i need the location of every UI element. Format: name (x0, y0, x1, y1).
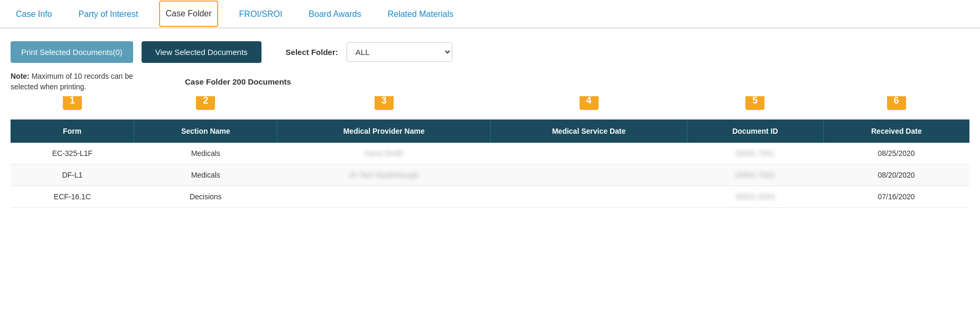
cell-provider-1: Dana Smith (277, 143, 491, 164)
badge-4: 4 (580, 96, 599, 110)
col-header-medical-service-date[interactable]: Medical Service Date (491, 119, 687, 143)
cell-form-2: DF-L1 (11, 164, 134, 186)
note-section: Note: Maximum of 10 records can be selec… (0, 71, 980, 96)
cell-doc-id-1: 00001 7001 (687, 143, 824, 164)
table-row[interactable]: ECF-16.1C Decisions 00001 0003 07/16/202… (11, 186, 969, 208)
cell-form-3: ECF-16.1C (11, 186, 134, 208)
badge-row: 1 2 3 4 5 6 (11, 96, 969, 119)
badge-2-cell: 2 (134, 96, 277, 119)
select-folder-dropdown[interactable]: ALL (347, 42, 452, 62)
badge-4-cell: 4 (491, 96, 687, 119)
view-selected-button[interactable]: View Selected Documents (142, 41, 262, 63)
cell-provider-3 (277, 186, 491, 208)
badge-3: 3 (375, 96, 394, 110)
table-row[interactable]: DF-L1 Medicals Dr Test Vanderbough 00001… (11, 164, 969, 186)
badge-5-cell: 5 (687, 96, 824, 119)
select-folder-label: Select Folder: (286, 48, 338, 57)
badge-6: 6 (887, 96, 906, 110)
badge-2: 2 (196, 96, 215, 110)
cell-service-date-2 (491, 164, 687, 186)
col-header-section-name[interactable]: Section Name (134, 119, 277, 143)
cell-form-1: EC-325-L1F (11, 143, 134, 164)
cell-section-3: Decisions (134, 186, 277, 208)
print-selected-button[interactable]: Print Selected Documents(0) (11, 41, 133, 63)
tab-related-materials[interactable]: Related Materials (382, 0, 459, 27)
table-row[interactable]: EC-325-L1F Medicals Dana Smith 00001 700… (11, 143, 969, 164)
tab-case-folder[interactable]: Case Folder (159, 1, 218, 27)
badge-1: 1 (63, 96, 82, 110)
badge-1-cell: 1 (11, 96, 134, 119)
note-bold: Note: (11, 72, 30, 80)
tab-froi-sroi[interactable]: FROI/SROI (234, 0, 288, 27)
cell-received-1: 08/25/2020 (823, 143, 969, 164)
table-wrapper: 1 2 3 4 5 6 Form (0, 96, 980, 208)
docs-count: Case Folder 200 Documents (185, 77, 291, 86)
cell-section-2: Medicals (134, 164, 277, 186)
col-header-received-date[interactable]: Received Date (823, 119, 969, 143)
cell-service-date-1 (491, 143, 687, 164)
badge-5: 5 (745, 96, 764, 110)
col-header-form[interactable]: Form (11, 119, 134, 143)
badge-6-cell: 6 (823, 96, 969, 119)
note-text: Note: Maximum of 10 records can be selec… (11, 71, 143, 92)
tab-case-info[interactable]: Case Info (11, 0, 57, 27)
tab-board-awards[interactable]: Board Awards (303, 0, 366, 27)
cell-received-2: 08/20/2020 (823, 164, 969, 186)
tab-party-of-interest[interactable]: Party of Interest (73, 0, 143, 27)
cell-section-1: Medicals (134, 143, 277, 164)
documents-table: 1 2 3 4 5 6 Form (11, 96, 969, 208)
cell-doc-id-2: 00001 7002 (687, 164, 824, 186)
tabs-bar: Case Info Party of Interest Case Folder … (0, 0, 980, 29)
column-header-row: Form Section Name Medical Provider Name … (11, 119, 969, 143)
col-header-medical-provider[interactable]: Medical Provider Name (277, 119, 491, 143)
cell-provider-2: Dr Test Vanderbough (277, 164, 491, 186)
cell-received-3: 07/16/2020 (823, 186, 969, 208)
toolbar: Print Selected Documents(0) View Selecte… (0, 29, 980, 71)
col-header-document-id[interactable]: Document ID (687, 119, 824, 143)
badge-3-cell: 3 (277, 96, 491, 119)
cell-doc-id-3: 00001 0003 (687, 186, 824, 208)
cell-service-date-3 (491, 186, 687, 208)
